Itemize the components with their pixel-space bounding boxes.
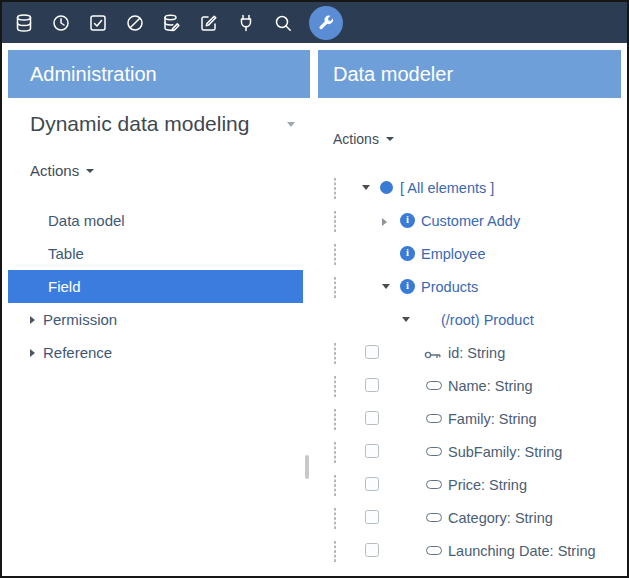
scrollbar-thumb[interactable] <box>305 455 309 479</box>
modeler-header-title: Data modeler <box>333 63 453 86</box>
field-icon <box>426 381 442 390</box>
row-checkbox[interactable] <box>365 411 379 425</box>
drag-handle-icon[interactable] <box>333 540 336 562</box>
tree-row-field-subfamily[interactable]: SubFamily: String <box>318 435 621 468</box>
all-elements-icon <box>380 181 393 194</box>
search-icon[interactable] <box>272 12 294 34</box>
menu-item-field[interactable]: Field <box>8 270 303 303</box>
row-checkbox[interactable] <box>365 345 379 359</box>
drag-handle-icon[interactable] <box>333 342 336 364</box>
admin-header: Administration <box>8 50 310 98</box>
menu-item-label: Data model <box>48 212 125 229</box>
tree-row-employee[interactable]: Employee <box>318 237 621 270</box>
row-checkbox[interactable] <box>365 378 379 392</box>
drag-handle-icon[interactable] <box>333 408 336 430</box>
key-icon <box>424 347 442 365</box>
tree-node-label: [ All elements ] <box>400 180 494 196</box>
entity-info-icon <box>400 246 415 261</box>
title-chevron-down-icon[interactable] <box>287 122 295 127</box>
expand-icon[interactable] <box>382 218 387 226</box>
drag-handle-icon[interactable] <box>333 210 336 232</box>
tree-row-field-id[interactable]: id: String <box>318 336 621 369</box>
tree-row-root-product[interactable]: (/root) Product <box>318 303 621 336</box>
actions-label: Actions <box>333 131 379 147</box>
tree-node-label: Launching Date: String <box>448 543 596 559</box>
menu-item-table[interactable]: Table <box>8 237 310 270</box>
tree-node-label: Category: String <box>448 510 553 526</box>
menu-item-data-model[interactable]: Data model <box>8 204 310 237</box>
tree-row-field-category[interactable]: Category: String <box>318 501 621 534</box>
plug-icon[interactable] <box>235 12 257 34</box>
tree-node-label: SubFamily: String <box>448 444 562 460</box>
menu-item-label: Table <box>48 245 84 262</box>
checkbox-icon[interactable] <box>87 12 109 34</box>
tree-node-label: Name: String <box>448 378 533 394</box>
tree-node-label: Employee <box>421 246 485 262</box>
drag-handle-icon[interactable] <box>333 276 336 298</box>
actions-label: Actions <box>30 162 79 179</box>
expand-icon[interactable] <box>30 316 35 324</box>
drag-handle-icon[interactable] <box>333 177 336 199</box>
block-icon[interactable] <box>124 12 146 34</box>
entity-info-icon <box>400 213 415 228</box>
clock-icon[interactable] <box>50 12 72 34</box>
drag-handle-icon[interactable] <box>333 375 336 397</box>
menu-item-label: Permission <box>43 311 117 328</box>
chevron-down-icon <box>86 169 94 173</box>
top-toolbar <box>2 2 627 43</box>
drag-handle-icon[interactable] <box>333 507 336 529</box>
menu-item-label: Reference <box>43 344 112 361</box>
database-icon[interactable] <box>13 12 35 34</box>
field-icon <box>426 513 442 522</box>
admin-panel: Dynamic data modeling Actions Data model… <box>8 98 310 570</box>
menu-item-permission[interactable]: Permission <box>8 303 310 336</box>
database-edit-icon[interactable] <box>161 12 183 34</box>
row-checkbox[interactable] <box>365 477 379 491</box>
tree-row-products[interactable]: Products <box>318 270 621 303</box>
field-icon <box>426 480 442 489</box>
admin-actions-dropdown[interactable]: Actions <box>30 162 94 179</box>
tree-row-field-price[interactable]: Price: String <box>318 468 621 501</box>
field-icon <box>426 414 442 423</box>
entity-info-icon <box>400 279 415 294</box>
tree-node-label: Customer Addy <box>421 213 520 229</box>
row-checkbox[interactable] <box>365 444 379 458</box>
field-icon <box>426 447 442 456</box>
row-checkbox[interactable] <box>365 543 379 557</box>
admin-menu: Data model Table Field Permission Refere… <box>8 204 310 369</box>
drag-handle-icon[interactable] <box>333 441 336 463</box>
collapse-icon[interactable] <box>382 284 390 289</box>
tree-node-label: Family: String <box>448 411 537 427</box>
tree-node-label: Products <box>421 279 478 295</box>
tree-row-customer-addy[interactable]: Customer Addy <box>318 204 621 237</box>
row-checkbox[interactable] <box>365 510 379 524</box>
chevron-down-icon <box>386 137 394 141</box>
tree-row-field-name[interactable]: Name: String <box>318 369 621 402</box>
tree-node-label: (/root) Product <box>441 312 534 328</box>
admin-header-title: Administration <box>30 63 157 86</box>
edit-icon[interactable] <box>198 12 220 34</box>
tree-row-field-launching-date[interactable]: Launching Date: String <box>318 534 621 567</box>
menu-item-reference[interactable]: Reference <box>8 336 310 369</box>
modeler-header: Data modeler <box>318 50 621 98</box>
modeler-actions-dropdown[interactable]: Actions <box>333 131 394 147</box>
tree-node-label: Price: String <box>448 477 527 493</box>
tree-row-all-elements[interactable]: [ All elements ] <box>318 171 621 204</box>
drag-handle-icon[interactable] <box>333 243 336 265</box>
drag-handle-icon[interactable] <box>333 474 336 496</box>
tree-row-field-family[interactable]: Family: String <box>318 402 621 435</box>
collapse-icon[interactable] <box>402 317 410 322</box>
collapse-icon[interactable] <box>362 185 370 190</box>
tree-node-label: id: String <box>448 345 505 361</box>
expand-icon[interactable] <box>30 349 35 357</box>
modeler-panel: Actions [ All elements ] Customer Addy E… <box>318 98 621 570</box>
wrench-icon[interactable] <box>309 6 343 40</box>
data-model-tree: [ All elements ] Customer Addy Employee … <box>318 171 621 567</box>
field-icon <box>426 546 442 555</box>
page-title: Dynamic data modeling <box>30 112 249 136</box>
menu-item-label: Field <box>48 278 81 295</box>
